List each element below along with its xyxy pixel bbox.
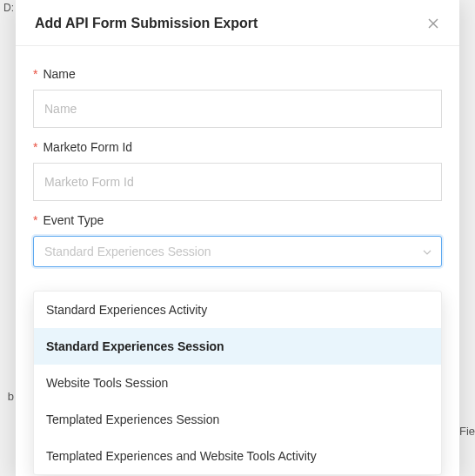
field-name: * Name — [33, 67, 442, 128]
field-label-event-type: * Event Type — [33, 213, 442, 227]
option-website-tools-session[interactable]: Website Tools Session — [34, 365, 441, 401]
modal-title: Add API Form Submission Export — [35, 16, 258, 31]
required-star-icon: * — [33, 214, 37, 226]
event-type-select[interactable]: Standard Experiences Session — [33, 236, 442, 267]
modal-dialog: Add API Form Submission Export * Name * … — [16, 0, 459, 476]
background-fragment-left: b — [0, 383, 16, 409]
field-event-type: * Event Type Standard Experiences Sessio… — [33, 213, 442, 267]
background-fragment-right: Fie — [459, 418, 475, 444]
field-label-marketo: * Marketo Form Id — [33, 140, 442, 154]
close-icon[interactable] — [426, 17, 440, 30]
option-templated-experiences-and-website-tools-activity[interactable]: Templated Experiences and Website Tools … — [34, 438, 441, 474]
chevron-down-icon — [422, 246, 432, 257]
label-text: Name — [43, 67, 75, 81]
select-placeholder: Standard Experiences Session — [44, 245, 211, 258]
modal-header: Add API Form Submission Export — [16, 0, 459, 46]
field-marketo-form-id: * Marketo Form Id — [33, 140, 442, 201]
required-star-icon: * — [33, 141, 37, 153]
name-input[interactable] — [33, 90, 442, 128]
field-label-name: * Name — [33, 67, 442, 81]
background-fragment-top: D: — [0, 0, 17, 16]
label-text: Event Type — [43, 213, 104, 227]
option-standard-experiences-activity[interactable]: Standard Experiences Activity — [34, 292, 441, 328]
marketo-form-id-input[interactable] — [33, 163, 442, 201]
required-star-icon: * — [33, 68, 37, 80]
event-type-dropdown: Standard Experiences Activity Standard E… — [33, 291, 442, 475]
modal-body: * Name * Marketo Form Id * Event Type St… — [16, 46, 459, 276]
option-standard-experiences-session[interactable]: Standard Experiences Session — [34, 328, 441, 365]
option-templated-experiences-session[interactable]: Templated Experiences Session — [34, 401, 441, 438]
label-text: Marketo Form Id — [43, 140, 132, 154]
